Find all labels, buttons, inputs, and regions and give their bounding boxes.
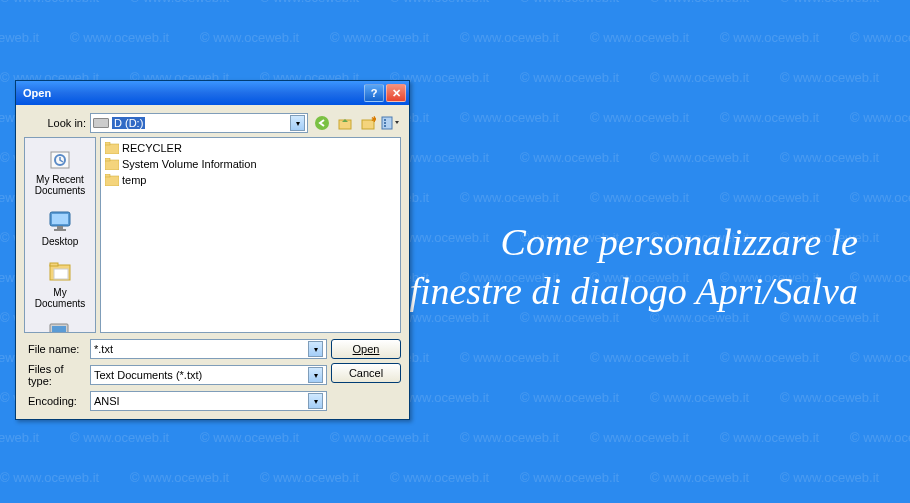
up-folder-icon[interactable]	[335, 113, 355, 133]
place-recent[interactable]: My Recent Documents	[25, 142, 95, 198]
svg-rect-12	[57, 226, 63, 229]
desktop-icon	[45, 206, 75, 236]
list-item[interactable]: System Volume Information	[103, 156, 398, 172]
file-list[interactable]: RECYCLER System Volume Information temp	[100, 137, 401, 333]
watermark-text: © www.oceweb.it	[70, 30, 169, 45]
watermark-text: © www.oceweb.it	[650, 150, 749, 165]
svg-rect-11	[52, 214, 68, 224]
open-button[interactable]: Open	[331, 339, 401, 359]
place-documents[interactable]: My Documents	[25, 255, 95, 311]
svg-rect-15	[50, 263, 58, 266]
lookin-dropdown[interactable]: D (D:) ▾	[90, 113, 308, 133]
encoding-dropdown[interactable]: ANSI▾	[90, 391, 327, 411]
watermark-text: © www.oceweb.it	[850, 350, 910, 365]
back-icon[interactable]	[312, 113, 332, 133]
filename-input[interactable]: *.txt▾	[90, 339, 327, 359]
svg-rect-28	[105, 174, 110, 177]
cancel-button[interactable]: Cancel	[331, 363, 401, 383]
place-label: Desktop	[42, 236, 79, 247]
watermark-text: © www.oceweb.it	[850, 110, 910, 125]
watermark-text: © www.oceweb.it	[330, 430, 429, 445]
help-button[interactable]: ?	[364, 84, 384, 102]
svg-rect-5	[384, 119, 386, 121]
svg-rect-23	[105, 144, 119, 154]
svg-text:✱: ✱	[371, 115, 376, 124]
watermark-text: © www.oceweb.it	[0, 430, 39, 445]
folder-icon	[105, 158, 119, 170]
watermark-text: © www.oceweb.it	[390, 0, 489, 5]
folder-icon	[105, 174, 119, 186]
watermark-text: © www.oceweb.it	[460, 190, 559, 205]
watermark-text: © www.oceweb.it	[720, 190, 819, 205]
watermark-text: © www.oceweb.it	[460, 430, 559, 445]
watermark-text: © www.oceweb.it	[720, 350, 819, 365]
svg-rect-4	[382, 117, 392, 129]
watermark-text: © www.oceweb.it	[520, 470, 619, 485]
svg-point-0	[315, 116, 329, 130]
svg-rect-27	[105, 176, 119, 186]
filename-label: File name:	[24, 343, 86, 355]
watermark-text: © www.oceweb.it	[780, 390, 879, 405]
svg-rect-6	[384, 122, 386, 124]
watermark-text: © www.oceweb.it	[720, 430, 819, 445]
watermark-text: © www.oceweb.it	[460, 110, 559, 125]
file-name: RECYCLER	[122, 142, 182, 154]
titlebar[interactable]: Open ? ✕	[16, 81, 409, 105]
watermark-text: © www.oceweb.it	[520, 150, 619, 165]
watermark-text: © www.oceweb.it	[780, 150, 879, 165]
new-folder-icon[interactable]: ✱	[358, 113, 378, 133]
watermark-text: © www.oceweb.it	[720, 110, 819, 125]
chevron-down-icon[interactable]: ▾	[308, 393, 323, 409]
svg-rect-7	[384, 125, 386, 127]
watermark-text: © www.oceweb.it	[520, 0, 619, 5]
watermark-text: © www.oceweb.it	[330, 30, 429, 45]
file-name: temp	[122, 174, 146, 186]
dialog-title: Open	[19, 87, 362, 99]
filetype-dropdown[interactable]: Text Documents (*.txt)▾	[90, 365, 327, 385]
watermark-text: © www.oceweb.it	[850, 430, 910, 445]
view-menu-icon[interactable]	[381, 113, 401, 133]
lookin-value: D (D:)	[112, 117, 145, 129]
watermark-text: © www.oceweb.it	[650, 470, 749, 485]
watermark-text: © www.oceweb.it	[650, 70, 749, 85]
place-label: My Recent Documents	[27, 174, 93, 196]
svg-rect-18	[52, 326, 66, 333]
watermark-text: © www.oceweb.it	[590, 190, 689, 205]
encoding-label: Encoding:	[24, 395, 86, 407]
chevron-down-icon[interactable]: ▾	[308, 367, 323, 383]
watermark-text: © www.oceweb.it	[590, 110, 689, 125]
recent-icon	[45, 144, 75, 174]
watermark-text: © www.oceweb.it	[390, 470, 489, 485]
documents-icon	[45, 257, 75, 287]
watermark-text: © www.oceweb.it	[200, 430, 299, 445]
svg-rect-13	[54, 229, 66, 231]
watermark-text: © www.oceweb.it	[130, 0, 229, 5]
filetype-label: Files of type:	[24, 363, 86, 387]
watermark-text: © www.oceweb.it	[780, 0, 879, 5]
chevron-down-icon[interactable]: ▾	[308, 341, 323, 357]
place-desktop[interactable]: Desktop	[25, 204, 95, 249]
watermark-text: © www.oceweb.it	[520, 390, 619, 405]
folder-icon	[105, 142, 119, 154]
svg-rect-25	[105, 160, 119, 170]
watermark-text: © www.oceweb.it	[650, 390, 749, 405]
watermark-text: © www.oceweb.it	[780, 470, 879, 485]
list-item[interactable]: temp	[103, 172, 398, 188]
watermark-text: © www.oceweb.it	[0, 30, 39, 45]
watermark-text: © www.oceweb.it	[460, 350, 559, 365]
chevron-down-icon[interactable]: ▾	[290, 115, 305, 131]
watermark-text: © www.oceweb.it	[130, 470, 229, 485]
watermark-text: © www.oceweb.it	[520, 70, 619, 85]
list-item[interactable]: RECYCLER	[103, 140, 398, 156]
places-bar: My Recent Documents Desktop My Documents…	[24, 137, 96, 333]
close-button[interactable]: ✕	[386, 84, 406, 102]
watermark-text: © www.oceweb.it	[590, 430, 689, 445]
svg-rect-16	[54, 269, 68, 279]
watermark-text: © www.oceweb.it	[720, 30, 819, 45]
place-computer[interactable]: My Computer	[25, 317, 95, 333]
watermark-text: © www.oceweb.it	[460, 30, 559, 45]
computer-icon	[45, 319, 75, 333]
place-label: My Documents	[27, 287, 93, 309]
file-name: System Volume Information	[122, 158, 257, 170]
drive-icon	[93, 118, 109, 128]
